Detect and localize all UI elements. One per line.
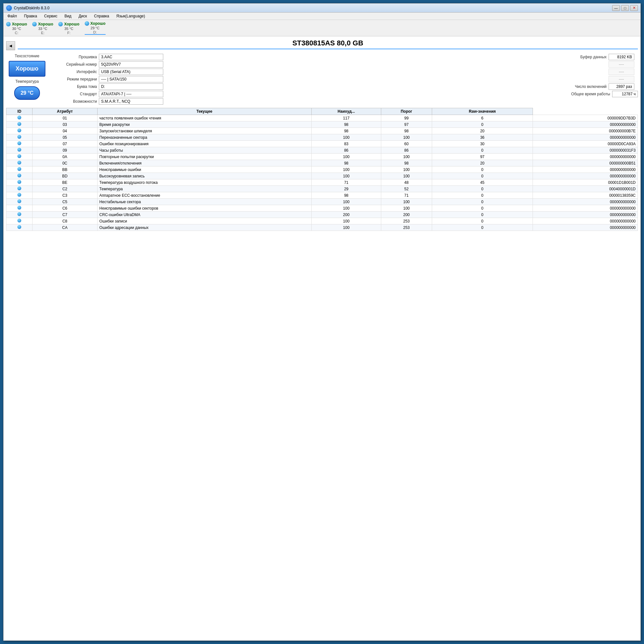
cell-id: 07 xyxy=(33,141,97,147)
cell-id: 0C xyxy=(33,160,97,166)
row-status-dot xyxy=(17,186,21,190)
table-row: 09Часы работы868600000000031F3 xyxy=(6,147,348,154)
cell-current: 83 xyxy=(311,141,348,147)
col-header-worst: Наихуд... xyxy=(311,108,348,115)
main-content: ◄ ST380815AS 80,0 GB Техсостояние Хорошо… xyxy=(4,36,348,348)
cell-id: BE xyxy=(33,179,97,186)
cell-current: 100 xyxy=(311,224,348,231)
left-panel: Техсостояние Хорошо Температура 29 °C xyxy=(6,54,48,105)
row-status-dot xyxy=(17,141,21,145)
cell-id: 04 xyxy=(33,128,97,134)
table-row: 04Запуски/остановки шпинделя989820000000… xyxy=(6,128,348,134)
menu-language[interactable]: Язык(Language) xyxy=(114,13,147,19)
field-firmware: Прошивка 3.AAC xyxy=(52,54,348,60)
title-bar-left: CrystalDiskInfo 8.3.0 xyxy=(6,5,50,11)
table-row: 07Ошибки позиционирования83603000000D0CA… xyxy=(6,141,348,147)
row-status-dot xyxy=(17,174,21,177)
drive-c-letter: C: xyxy=(15,31,18,35)
cell-attr-name: Температура воздушного потока xyxy=(97,179,311,186)
cell-id: C7 xyxy=(33,212,97,218)
cell-id: 03 xyxy=(33,121,97,128)
cell-attr-name: Высокоуровневая запись xyxy=(97,173,311,179)
menu-service[interactable]: Сервис xyxy=(42,13,59,19)
table-row: C6Неисправимые ошибки секторов1001000000… xyxy=(6,205,348,212)
back-arrow[interactable]: ◄ xyxy=(6,41,15,50)
field-serial-value: 5QZ0VRV7 xyxy=(99,61,163,68)
table-row: C2Температура2952000040000001D xyxy=(6,186,348,192)
field-firmware-value: 3.AAC xyxy=(99,54,163,60)
cell-current: 100 xyxy=(311,205,348,212)
cell-current: 200 xyxy=(311,212,348,218)
row-status-dot xyxy=(17,193,21,197)
cell-attr-name: Переназначенные сектора xyxy=(97,134,311,141)
app-icon xyxy=(6,5,12,11)
menu-help[interactable]: Справка xyxy=(92,13,111,19)
cell-current: 98 xyxy=(311,192,348,199)
row-status-dot xyxy=(17,167,21,171)
field-interface-value: USB (Serial ATA) xyxy=(99,69,163,75)
cell-id: 0A xyxy=(33,154,97,160)
tech-state-label: Техсостояние xyxy=(15,54,39,58)
table-row: CAОшибки адресации данных100253000000000… xyxy=(6,224,348,231)
menu-file[interactable]: Файл xyxy=(5,13,19,19)
table-row: C8Ошибки записи1002530000000000000 xyxy=(6,218,348,224)
cell-current: 117 xyxy=(311,115,348,121)
cell-current: 86 xyxy=(311,147,348,154)
cell-id: C2 xyxy=(33,186,97,192)
row-indicator xyxy=(6,205,33,212)
table-row: BDВысокоуровневая запись1001000000000000… xyxy=(6,173,348,179)
cell-attr-name: Нестабильные сектора xyxy=(97,199,311,205)
cell-id: C8 xyxy=(33,218,97,224)
drive-f[interactable]: Хорошо 35 °C F: xyxy=(58,22,79,35)
cell-id: CA xyxy=(33,224,97,231)
table-row: 03Время раскрутки98970000000000000 xyxy=(6,121,348,128)
cell-current: 100 xyxy=(311,166,348,173)
drive-c[interactable]: Хорошо 30 °C C: xyxy=(6,22,27,35)
row-indicator xyxy=(6,160,33,166)
cell-id: C3 xyxy=(33,192,97,199)
status-dot-e xyxy=(32,22,37,26)
table-row: C7CRC-ошибки UltraDMA2002000000000000000 xyxy=(6,212,348,218)
field-transfer: Режим передачи ---- | SATA/150 xyxy=(52,76,348,82)
cell-current: 29 xyxy=(311,186,348,192)
row-indicator xyxy=(6,224,33,231)
disk-title: ST380815AS 80,0 GB xyxy=(18,39,348,49)
cell-id: BB xyxy=(33,166,97,173)
drive-d-status: Хорошо xyxy=(90,21,106,26)
field-features-label: Возможности xyxy=(52,99,97,104)
row-indicator xyxy=(6,141,33,147)
drive-e[interactable]: Хорошо 33 °C E: xyxy=(32,22,53,35)
field-volume-label: Буква тома xyxy=(52,84,97,89)
cell-attr-name: Неисправимые ошибки секторов xyxy=(97,205,311,212)
field-transfer-value: ---- | SATA/150 xyxy=(99,76,163,82)
drive-c-status: Хорошо xyxy=(12,22,27,26)
cell-attr-name: CRC-ошибки UltraDMA xyxy=(97,212,311,218)
menu-view[interactable]: Вид xyxy=(62,13,73,19)
row-indicator xyxy=(6,115,33,121)
row-status-dot xyxy=(17,225,21,229)
cell-current: 98 xyxy=(311,160,348,166)
drive-d[interactable]: Хорошо 29 °C D: xyxy=(85,21,106,35)
row-indicator xyxy=(6,179,33,186)
drive-f-status: Хорошо xyxy=(64,22,79,26)
row-status-dot xyxy=(17,148,21,152)
cell-current: 100 xyxy=(311,199,348,205)
cell-attr-name: Ошибки адресации данных xyxy=(97,224,311,231)
col-header-attr: Атрибут xyxy=(33,108,97,115)
row-status-dot xyxy=(17,212,21,216)
col-header-id: ID xyxy=(6,108,33,115)
cell-attr-name: Ошибки позиционирования xyxy=(97,141,311,147)
drive-f-temp: 35 °C xyxy=(64,27,73,31)
row-indicator xyxy=(6,199,33,205)
menu-edit[interactable]: Правка xyxy=(22,13,39,19)
table-row: BEТемпература воздушного потока714845000… xyxy=(6,179,348,186)
row-indicator xyxy=(6,134,33,141)
table-row: 05Переназначенные сектора100100360000000… xyxy=(6,134,348,141)
table-row: BBНеисправимые ошибки1001000000000000000 xyxy=(6,166,348,173)
field-serial: Серийный номер 5QZ0VRV7 xyxy=(52,61,348,68)
cell-id: 09 xyxy=(33,147,97,154)
cell-id: 05 xyxy=(33,134,97,141)
cell-id: C5 xyxy=(33,199,97,205)
cell-attr-name: Время раскрутки xyxy=(97,121,311,128)
menu-disk[interactable]: Диск xyxy=(77,13,89,19)
